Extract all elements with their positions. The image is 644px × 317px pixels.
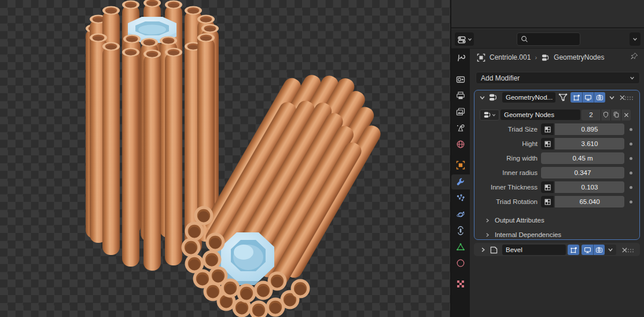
value-text: 0.45 m — [572, 155, 593, 162]
edit-mode-icon — [570, 246, 577, 254]
breadcrumb: Centriole.001 › GeometryNodes — [477, 51, 604, 64]
spreadsheet-icon — [544, 126, 551, 133]
decorator-dot[interactable] — [630, 201, 632, 203]
editor-type-button[interactable] — [455, 32, 474, 46]
search-input[interactable] — [517, 32, 580, 46]
duplicate-data-button[interactable] — [610, 110, 621, 121]
texture-icon — [456, 279, 465, 289]
modifier-name-field[interactable]: GeometryNod... — [502, 92, 555, 103]
attribute-toggle-button[interactable] — [541, 138, 554, 150]
modifier-extras-chevron-icon[interactable] — [609, 94, 615, 101]
tab-object[interactable] — [451, 158, 470, 173]
tab-constraints[interactable] — [451, 223, 470, 238]
properties-header — [451, 30, 644, 49]
node-tree-selector-button[interactable] — [480, 110, 499, 121]
close-icon — [623, 112, 630, 118]
tab-scene[interactable] — [451, 121, 470, 136]
tab-render[interactable] — [451, 72, 470, 87]
render-display-toggle[interactable] — [593, 245, 605, 255]
tool-icon — [456, 53, 465, 63]
value-field[interactable]: 0.347 — [541, 167, 624, 178]
3d-viewport[interactable] — [0, 0, 451, 317]
subpanel-output-attributes[interactable]: Output Attributes — [485, 215, 544, 225]
modifier-name: GeometryNod... — [506, 94, 553, 101]
pin-icon[interactable] — [630, 52, 638, 60]
edit-mode-icon — [573, 94, 580, 101]
tab-particles[interactable] — [451, 191, 470, 206]
expand-chevron-icon[interactable] — [479, 94, 485, 101]
breadcrumb-separator: › — [535, 54, 537, 61]
tab-output[interactable] — [451, 88, 470, 103]
tab-view-layer[interactable] — [451, 104, 470, 119]
modifier-extras-button[interactable] — [605, 245, 616, 255]
unlink-data-button[interactable] — [621, 110, 631, 121]
drag-handle-icon[interactable] — [624, 96, 635, 101]
tab-tool[interactable] — [451, 50, 470, 65]
value-field[interactable]: 65.040 — [555, 196, 624, 207]
chevron-down-icon — [468, 37, 472, 42]
chevron-down-icon — [492, 113, 496, 117]
edit-mode-toggle[interactable] — [571, 92, 582, 103]
monitor-icon — [584, 246, 591, 254]
decorator-dot[interactable] — [630, 128, 632, 131]
add-modifier-button[interactable]: Add Modifier — [476, 72, 640, 84]
value-field[interactable]: 0.895 — [555, 123, 624, 135]
decorator-dot[interactable] — [630, 186, 632, 189]
decorator-dot[interactable] — [630, 143, 632, 145]
users-count: 2 — [589, 111, 593, 118]
users-count-button[interactable]: 2 — [582, 110, 601, 121]
subpanel-internal-dependencies[interactable]: Internal Dependencies — [485, 229, 561, 240]
render-display-toggle[interactable] — [594, 92, 605, 103]
material-icon — [456, 258, 465, 268]
tab-texture[interactable] — [451, 276, 470, 292]
scene-icon — [456, 123, 465, 133]
bevel-icon — [490, 246, 498, 254]
decorator-dot[interactable] — [630, 172, 632, 174]
fake-user-button[interactable] — [601, 110, 610, 121]
modifiers-wrench-icon — [456, 177, 465, 187]
physics-icon — [456, 210, 465, 219]
chevron-right-icon — [485, 218, 490, 223]
camera-icon — [595, 246, 603, 254]
breadcrumb-data[interactable]: GeometryNodes — [554, 53, 604, 61]
attribute-toggle-button[interactable] — [541, 181, 554, 193]
search-icon — [521, 35, 528, 43]
tab-modifiers[interactable] — [451, 174, 470, 190]
tab-world[interactable] — [451, 137, 470, 152]
on-cage-toggle-icon[interactable] — [557, 92, 569, 103]
geometry-nodes-icon — [488, 93, 498, 102]
node-tree-name-field[interactable]: Geometry Nodes — [501, 110, 580, 120]
chevron-down-icon — [630, 75, 635, 81]
object-icon — [456, 161, 465, 170]
chevron-down-icon — [632, 37, 638, 42]
realtime-display-toggle[interactable] — [582, 245, 593, 255]
realtime-display-toggle[interactable] — [582, 92, 594, 103]
header-menu-button[interactable] — [630, 32, 641, 46]
value-field[interactable]: 0.103 — [555, 181, 624, 193]
expand-chevron-icon[interactable] — [480, 247, 486, 253]
render-icon — [456, 75, 465, 84]
attribute-toggle-button[interactable] — [541, 123, 554, 135]
attribute-toggle-button[interactable] — [541, 196, 554, 207]
modifier-name-field[interactable]: Bevel — [502, 245, 566, 255]
breadcrumb-object[interactable]: Centriole.001 — [490, 53, 531, 61]
rendered-scene — [0, 0, 451, 317]
edit-mode-toggle[interactable] — [568, 245, 579, 255]
tab-object-data[interactable] — [451, 239, 470, 254]
chevron-right-icon — [485, 232, 490, 238]
properties-tab-strip — [451, 49, 470, 317]
object-icon — [477, 53, 485, 62]
add-modifier-label: Add Modifier — [481, 74, 520, 82]
value-text: 3.610 — [582, 140, 598, 147]
value-field[interactable]: 0.45 m — [541, 152, 624, 164]
value-field[interactable]: 3.610 — [555, 138, 624, 150]
tab-material[interactable] — [451, 256, 470, 271]
tab-physics[interactable] — [451, 207, 470, 222]
modifier-name: Bevel — [506, 246, 522, 253]
drag-handle-icon[interactable] — [625, 248, 635, 253]
geometry-nodes-icon — [541, 53, 550, 62]
particles-icon — [456, 194, 465, 203]
input-label: Triad Size — [479, 123, 538, 135]
decorator-dot[interactable] — [630, 157, 632, 160]
bevel-modifier-panel: Bevel — [474, 243, 640, 256]
